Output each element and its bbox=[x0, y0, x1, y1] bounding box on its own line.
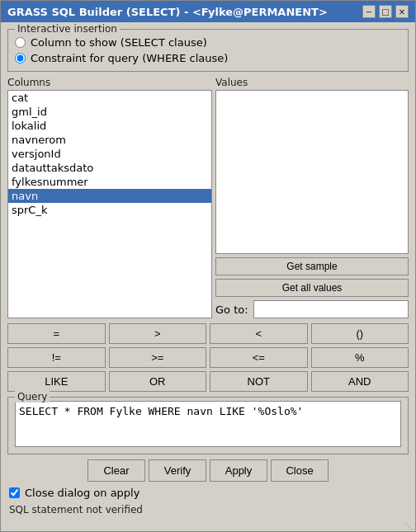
list-item[interactable]: versjonId bbox=[8, 147, 211, 161]
apply-button[interactable]: Apply bbox=[210, 459, 267, 482]
window-title: GRASS SQL Builder (SELECT) - <Fylke@PERM… bbox=[7, 6, 328, 18]
close-button[interactable]: ✕ bbox=[395, 5, 409, 18]
window-controls: − □ ✕ bbox=[362, 5, 409, 18]
columns-values-container: Columns catgml_idlokalidnavneromversjonI… bbox=[7, 77, 409, 318]
values-label: Values bbox=[215, 77, 409, 88]
maximize-button[interactable]: □ bbox=[379, 5, 392, 18]
goto-row: Go to: bbox=[215, 300, 409, 318]
goto-label: Go to: bbox=[215, 304, 248, 316]
list-item[interactable]: lokalid bbox=[8, 119, 211, 133]
query-label: Query bbox=[15, 391, 50, 403]
operator-row: =><() bbox=[7, 323, 409, 344]
close-on-apply-row: Close dialog on apply bbox=[7, 487, 409, 499]
close-on-apply-label: Close dialog on apply bbox=[25, 487, 139, 499]
operator-button[interactable]: LIKE bbox=[7, 371, 106, 392]
operator-button[interactable]: <= bbox=[210, 347, 308, 368]
operator-button[interactable]: OR bbox=[109, 371, 207, 392]
close-on-apply-checkbox[interactable] bbox=[9, 487, 20, 498]
get-all-values-button[interactable]: Get all values bbox=[215, 279, 409, 297]
values-buttons-container: Get sample Get all values bbox=[215, 257, 409, 297]
operator-row: !=>=<=% bbox=[7, 347, 409, 368]
operator-button[interactable]: () bbox=[311, 323, 409, 344]
goto-input[interactable] bbox=[253, 300, 409, 318]
list-item[interactable]: gml_id bbox=[8, 105, 211, 119]
interactive-insertion-label: Interactive insertion bbox=[15, 23, 120, 35]
operator-button[interactable]: < bbox=[210, 323, 308, 344]
operator-row: LIKEORNOTAND bbox=[7, 371, 409, 392]
values-section: Values Get sample Get all values Go to: bbox=[215, 77, 409, 318]
clear-button[interactable]: Clear bbox=[87, 459, 145, 482]
minimize-button[interactable]: − bbox=[362, 5, 376, 18]
content-area: Interactive insertion Column to show (SE… bbox=[1, 22, 415, 522]
radio-where-label: Constraint for query (WHERE clause) bbox=[31, 52, 228, 64]
get-sample-button[interactable]: Get sample bbox=[215, 257, 409, 275]
columns-label: Columns bbox=[7, 77, 212, 88]
radio-select[interactable] bbox=[15, 37, 26, 48]
operator-button[interactable]: >= bbox=[109, 347, 207, 368]
radio-select-label: Column to show (SELECT clause) bbox=[31, 36, 207, 49]
list-item[interactable]: sprC_k bbox=[8, 203, 211, 217]
operator-button[interactable]: % bbox=[311, 347, 409, 368]
main-window: GRASS SQL Builder (SELECT) - <Fylke@PERM… bbox=[0, 0, 416, 532]
title-bar: GRASS SQL Builder (SELECT) - <Fylke@PERM… bbox=[1, 1, 415, 22]
columns-section: Columns catgml_idlokalidnavneromversjonI… bbox=[7, 77, 212, 318]
operator-button[interactable]: AND bbox=[311, 371, 409, 392]
radio-select-row: Column to show (SELECT clause) bbox=[15, 36, 401, 49]
operator-button[interactable]: = bbox=[7, 323, 106, 344]
list-item[interactable]: datauttaksdato bbox=[8, 161, 211, 175]
list-item[interactable]: cat bbox=[8, 91, 211, 105]
action-buttons-row: Clear Verify Apply Close bbox=[7, 459, 409, 482]
operator-button[interactable]: != bbox=[7, 347, 106, 368]
radio-where-row: Constraint for query (WHERE clause) bbox=[15, 52, 401, 64]
operator-button[interactable]: NOT bbox=[210, 371, 308, 392]
columns-list[interactable]: catgml_idlokalidnavneromversjonIddatautt… bbox=[7, 90, 212, 318]
interactive-insertion-group: Interactive insertion Column to show (SE… bbox=[7, 29, 409, 72]
list-item[interactable]: fylkesnummer bbox=[8, 175, 211, 189]
list-item[interactable]: navnerom bbox=[8, 133, 211, 147]
radio-where[interactable] bbox=[15, 53, 26, 64]
list-item[interactable]: navn bbox=[8, 189, 211, 203]
resize-handle[interactable]: ⋱ bbox=[1, 522, 415, 531]
close-dialog-button[interactable]: Close bbox=[271, 459, 329, 482]
values-list[interactable] bbox=[215, 90, 409, 254]
verify-button[interactable]: Verify bbox=[149, 459, 206, 482]
query-textarea[interactable] bbox=[15, 401, 401, 447]
operators-section: =><()!=>=<=%LIKEORNOTAND bbox=[7, 323, 409, 392]
operator-button[interactable]: > bbox=[109, 323, 207, 344]
status-text: SQL statement not verified bbox=[7, 504, 409, 516]
query-group: Query bbox=[7, 397, 409, 454]
